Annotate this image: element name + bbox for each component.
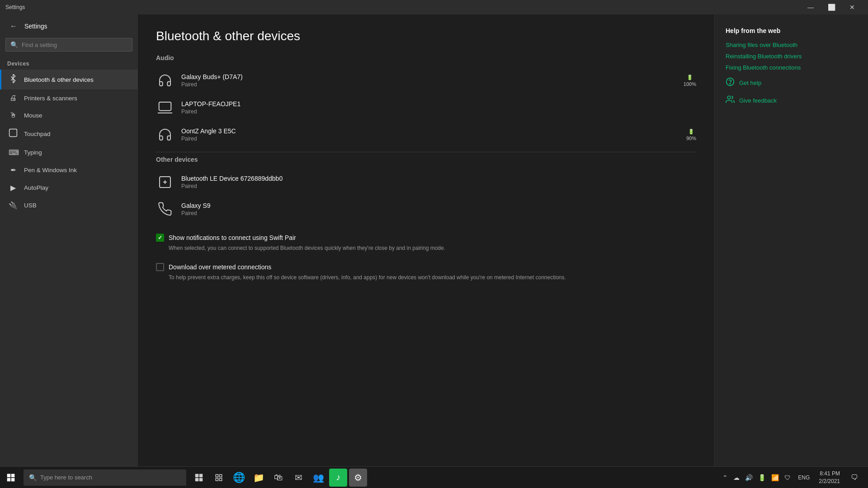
device-status: Paired [181,81,676,88]
app-body: ← Settings 🔍 Devices Bluetooth & other d… [0,14,868,466]
device-laptop[interactable]: LAPTOP-FEAOJPE1 Paired [156,94,696,121]
device-ble[interactable]: Bluetooth LE Device 6726889ddbb0 Paired [156,169,696,196]
swift-pair-desc: When selected, you can connect to suppor… [169,244,696,252]
sidebar-label-printers: Printers & scanners [24,95,77,102]
tray-chevron[interactable]: ⌃ [721,472,730,483]
swift-pair-label: Show notifications to connect using Swif… [169,234,296,241]
sidebar-label-touchpad: Touchpad [24,131,51,137]
edge-button[interactable]: 🌐 [230,469,248,487]
svg-rect-6 [7,474,11,477]
settings-taskbar-button[interactable]: ⚙ [349,469,367,487]
sidebar-label-typing: Typing [24,149,42,156]
svg-rect-15 [220,474,222,477]
usb-icon: 🔌 [9,201,18,210]
onedrive-icon[interactable]: ☁ [731,472,741,483]
device-galaxy-s9[interactable]: Galaxy S9 Paired [156,196,696,223]
maximize-button[interactable]: ⬜ [821,0,842,14]
sidebar-label-pen: Pen & Windows Ink [24,167,77,174]
get-help-label: Get help [739,80,761,86]
device-galaxy-buds[interactable]: Galaxy Buds+ (D7A7) Paired 🔋 100% [156,67,696,94]
metered-section: Download over metered connections To hel… [156,263,696,282]
svg-rect-10 [195,474,199,477]
close-button[interactable]: ✕ [842,0,863,14]
sidebar-item-usb[interactable]: 🔌 USB [0,197,138,214]
volume-icon[interactable]: 🔊 [743,472,755,483]
svg-rect-1 [159,102,171,111]
svg-point-5 [727,96,731,99]
battery-sys-icon[interactable]: 🔋 [756,472,768,483]
svg-rect-0 [9,129,17,137]
device-name: Galaxy S9 [181,202,696,209]
device-status: Paired [181,210,696,216]
device-name: LAPTOP-FEAOJPE1 [181,100,696,108]
give-feedback-label: Give feedback [739,97,777,104]
sidebar-item-pen[interactable]: ✒ Pen & Windows Ink [0,161,138,179]
sidebar-item-bluetooth[interactable]: Bluetooth & other devices [0,70,138,89]
metered-checkbox[interactable] [156,263,164,271]
help-link-sharing[interactable]: Sharing files over Bluetooth [726,42,857,48]
device-status: Paired [181,183,696,189]
taskbar-icons: 🌐 📁 🛍 ✉ 👥 ♪ ⚙ [190,469,367,487]
svg-point-4 [730,83,731,84]
notification-button[interactable]: 🗨 [846,469,863,486]
sidebar-item-printers[interactable]: 🖨 Printers & scanners [0,89,138,107]
search-icon: 🔍 [10,41,18,48]
typing-icon: ⌨ [9,148,18,157]
search-box[interactable]: 🔍 [5,38,132,52]
search-input[interactable] [22,42,127,48]
clock-time: 8:41 PM [819,470,840,478]
ble-icon [156,173,174,191]
svg-rect-7 [11,474,15,477]
device-oontz[interactable]: OontZ Angle 3 E5C Paired 🔋 90% [156,121,696,148]
taskbar-search-box[interactable]: 🔍 Type here to search [24,469,186,486]
headphones-icon [156,71,174,89]
headphones-icon-2 [156,126,174,144]
store-button[interactable]: 🛍 [269,469,288,487]
sidebar-item-typing[interactable]: ⌨ Typing [0,144,138,161]
taskbar: 🔍 Type here to search 🌐 📁 🛍 ✉ 👥 ♪ ⚙ ⌃ ☁ … [0,466,868,488]
metered-desc: To help prevent extra charges, keep this… [169,274,696,282]
swift-pair-checkbox-row[interactable]: Show notifications to connect using Swif… [156,234,696,242]
sidebar-item-mouse[interactable]: 🖱 Mouse [0,107,138,124]
device-status: Paired [181,136,679,142]
widgets-button[interactable] [210,469,228,487]
clock[interactable]: 8:41 PM 2/2/2021 [815,468,844,487]
swift-pair-section: Show notifications to connect using Swif… [156,234,696,252]
help-link-fixing[interactable]: Fixing Bluetooth connections [726,64,857,71]
battery-level-1: 100% [684,81,696,87]
language-indicator[interactable]: ENG [795,473,812,483]
task-view-button[interactable] [190,469,208,487]
mail-button[interactable]: ✉ [289,469,307,487]
get-help-action[interactable]: Get help [726,77,857,89]
explorer-button[interactable]: 📁 [250,469,268,487]
spotify-button[interactable]: ♪ [329,469,347,487]
give-feedback-action[interactable]: Give feedback [726,95,857,106]
wifi-icon[interactable]: 📶 [769,472,781,483]
taskbar-right: ⌃ ☁ 🔊 🔋 📶 🛡 ENG 8:41 PM 2/2/2021 🗨 [721,468,868,487]
start-button[interactable] [0,467,22,488]
battery-level-3: 90% [686,136,696,141]
page-title: Bluetooth & other devices [156,29,696,43]
sidebar-label-usb: USB [24,202,37,209]
minimize-button[interactable]: — [800,0,821,14]
swift-pair-checkbox[interactable] [156,234,164,242]
device-status: Paired [181,108,696,115]
taskbar-search-icon: 🔍 [29,474,37,481]
get-help-icon [726,77,735,89]
autoplay-icon: ▶ [9,183,18,192]
svg-rect-13 [199,478,203,481]
device-info-ble: Bluetooth LE Device 6726889ddbb0 Paired [181,175,696,189]
vpn-icon[interactable]: 🛡 [783,472,793,483]
device-name: Galaxy Buds+ (D7A7) [181,73,676,80]
metered-checkbox-row[interactable]: Download over metered connections [156,263,696,271]
back-button[interactable]: ← [7,20,20,33]
laptop-icon [156,99,174,117]
help-link-reinstalling[interactable]: Reinstalling Bluetooth drivers [726,53,857,60]
svg-rect-8 [7,478,11,481]
sidebar-item-autoplay[interactable]: ▶ AutoPlay [0,179,138,197]
sidebar-section-label: Devices [0,57,138,70]
teams-button[interactable]: 👥 [309,469,327,487]
sidebar-item-touchpad[interactable]: Touchpad [0,124,138,144]
help-title: Help from the web [726,27,857,34]
battery-indicator-1: 🔋 100% [684,75,696,87]
